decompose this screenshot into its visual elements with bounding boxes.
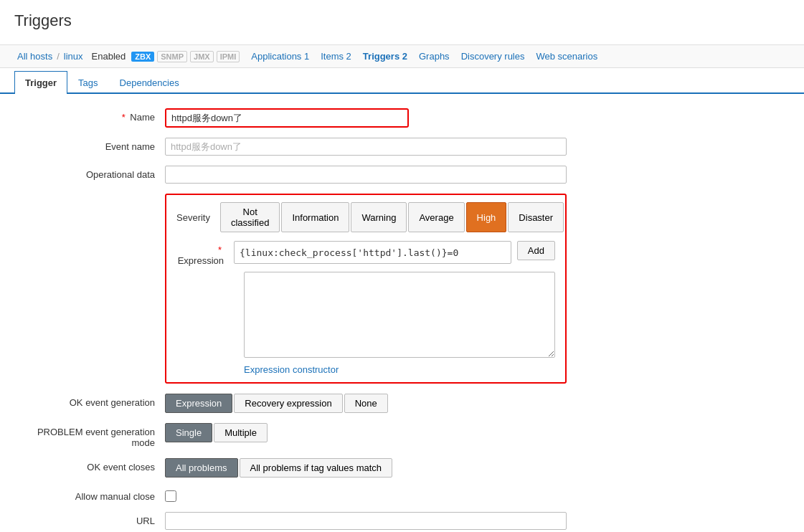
ok-event-generation-label: OK event generation [22,394,165,408]
sev-high[interactable]: High [466,202,507,232]
allow-manual-close-label: Allow manual close [22,488,165,502]
problem-event-single[interactable]: Single [165,423,212,442]
nav-web-scenarios[interactable]: Web scenarios [536,51,597,62]
severity-expression-section: Severity Not classified Information Warn… [22,194,782,384]
operational-data-row: Operational data [22,166,782,184]
ok-event-expression[interactable]: Expression [165,394,232,413]
tab-tags[interactable]: Tags [67,71,108,94]
operational-data-input[interactable] [165,166,567,184]
severity-row: Severity Not classified Information Warn… [176,202,555,232]
severity-label: Severity [176,212,220,223]
jmx-badge: JMX [190,51,214,62]
nav-links: Applications 1 Items 2 Triggers 2 Graphs… [251,51,597,62]
url-label: URL [22,512,165,526]
event-name-field-wrap [165,138,567,156]
ok-event-generation-controls: Expression Recovery expression None [165,394,567,413]
allow-manual-close-row: Allow manual close [22,488,782,502]
problem-event-mode-label: PROBLEM event generation mode [22,423,165,448]
name-field-wrap [165,108,567,128]
snmp-badge: SNMP [157,51,187,62]
sev-average[interactable]: Average [408,202,464,232]
problem-event-mode-controls: Single Multiple [165,423,567,442]
name-required: * [122,112,126,123]
ok-event-closes-controls: All problems All problems if tag values … [165,458,567,478]
ipmi-badge: IPMI [217,51,240,62]
name-row: * Name [22,108,782,128]
problem-event-mode-row: PROBLEM event generation mode Single Mul… [22,423,782,448]
add-button[interactable]: Add [517,241,555,260]
nav-triggers[interactable]: Triggers 2 [363,51,407,62]
sev-information[interactable]: Information [281,202,349,232]
host-status: Enabled ZBX SNMP JMX IPMI [92,51,240,62]
ok-closes-all-if-tag-match[interactable]: All problems if tag values match [240,458,393,478]
allow-manual-close-checkbox[interactable] [165,490,176,502]
name-label: * Name [22,108,165,123]
expression-input[interactable] [234,241,511,264]
problem-event-toggle-group: Single Multiple [165,423,452,442]
problem-event-multiple[interactable]: Multiple [214,423,268,442]
name-input-border [165,108,409,128]
expression-textarea-wrap: Expression constructor [244,272,555,375]
enabled-label: Enabled [92,51,126,62]
name-input[interactable] [166,110,407,126]
page-title: Triggers [14,11,790,30]
expression-textarea[interactable] [244,272,555,358]
ok-event-closes-row: OK event closes All problems All problem… [22,458,782,478]
ok-event-none[interactable]: None [344,394,388,413]
sev-not-classified[interactable]: Not classified [220,202,280,232]
allow-manual-close-wrap [165,488,567,502]
tab-dependencies[interactable]: Dependencies [109,71,190,94]
tab-trigger[interactable]: Trigger [14,71,67,94]
url-row: URL [22,512,782,530]
nav-discovery-rules[interactable]: Discovery rules [461,51,525,62]
ok-event-recovery-expression[interactable]: Recovery expression [234,394,342,413]
ok-event-generation-row: OK event generation Expression Recovery … [22,394,782,413]
url-input[interactable] [165,512,567,530]
host-link[interactable]: linux [61,49,86,63]
all-hosts-link[interactable]: All hosts [14,49,55,63]
event-name-input[interactable] [165,138,567,156]
tabs: Trigger Tags Dependencies [0,71,804,94]
ok-closes-all-problems[interactable]: All problems [165,458,238,478]
expression-constructor-link[interactable]: Expression constructor [244,364,555,375]
event-name-row: Event name [22,138,782,156]
severity-buttons: Not classified Information Warning Avera… [220,202,564,232]
allow-manual-close-control [165,488,567,502]
sev-warning[interactable]: Warning [351,202,407,232]
url-field-wrap [165,512,567,530]
expression-label: * Expression [176,241,234,266]
ok-event-closes-label: OK event closes [22,458,165,472]
expression-input-wrap [234,241,511,264]
expression-row: * Expression Add [176,241,555,266]
form-area: * Name Event name Operational data Sever… [0,94,804,532]
nav-applications[interactable]: Applications 1 [251,51,309,62]
nav-graphs[interactable]: Graphs [419,51,450,62]
zbx-badge: ZBX [131,52,154,62]
host-nav: All hosts / linux Enabled ZBX SNMP JMX I… [0,45,804,68]
ok-event-toggle-group: Expression Recovery expression None [165,394,452,413]
breadcrumb-sep: / [57,51,60,62]
expression-area: Severity Not classified Information Warn… [165,194,567,384]
expression-required: * [218,244,222,255]
operational-data-field-wrap [165,166,567,184]
spacer-label [22,194,165,197]
ok-event-closes-toggle-group: All problems All problems if tag values … [165,458,452,478]
operational-data-label: Operational data [22,166,165,180]
nav-items[interactable]: Items 2 [321,51,351,62]
sev-disaster[interactable]: Disaster [508,202,564,232]
event-name-label: Event name [22,138,165,152]
